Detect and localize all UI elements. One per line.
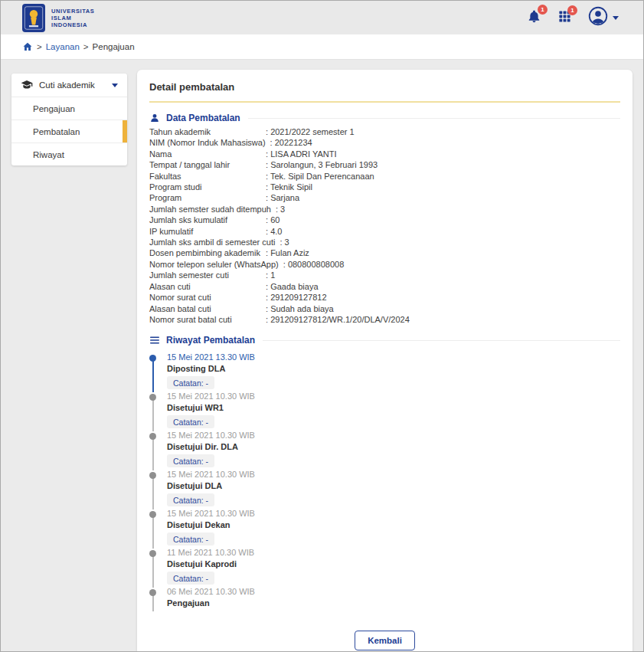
data-row-value: 080800808008 bbox=[283, 259, 345, 270]
page-title: Detail pembatalan bbox=[149, 70, 620, 93]
data-row: Alasan batal cuti Sudah ada biaya bbox=[149, 303, 620, 314]
timeline-dot-icon bbox=[149, 355, 156, 362]
data-row: Fakultas Tek. Sipil Dan Perencanaan bbox=[149, 171, 620, 182]
timeline-note-badge: Catatan: - bbox=[167, 532, 214, 546]
data-row-label: Fakultas bbox=[149, 171, 266, 182]
timeline-dot-icon bbox=[149, 394, 156, 401]
timeline-note-badge: Catatan: - bbox=[167, 572, 214, 585]
timeline-item: 15 Mei 2021 10.30 WIB Disetujui WR1 Cata… bbox=[149, 392, 620, 431]
apps-count-badge: 1 bbox=[567, 5, 577, 15]
history-section-header: Riwayat Pembatalan bbox=[149, 335, 620, 346]
data-row-value: Sarjana bbox=[266, 192, 299, 203]
footer-actions: Kembali bbox=[149, 631, 620, 650]
data-row: Tahun akademik 2021/2022 semester 1 bbox=[149, 126, 620, 137]
gold-divider bbox=[149, 101, 620, 103]
timeline-status: Disetujui Dekan bbox=[167, 519, 620, 530]
account-menu-button[interactable] bbox=[588, 6, 619, 29]
home-icon[interactable] bbox=[22, 41, 33, 52]
university-emblem-icon bbox=[22, 4, 45, 32]
sidebar-item[interactable]: Riwayat bbox=[11, 143, 127, 165]
sidebar-item-label: Pengajuan bbox=[33, 104, 75, 113]
timeline-dot-icon bbox=[149, 511, 156, 518]
data-row: Nama LISA ADRI YANTI bbox=[149, 149, 620, 159]
breadcrumb-link[interactable]: Layanan bbox=[46, 42, 80, 51]
timeline-note-badge: Catatan: - bbox=[167, 454, 214, 467]
history-section-title: Riwayat Pembatalan bbox=[166, 335, 255, 346]
sidebar-item[interactable]: Pembatalan bbox=[11, 120, 127, 143]
timeline-timestamp: 15 Mei 2021 13.30 WIB bbox=[167, 352, 620, 362]
detail-panel: Detail pembatalan Data Pembatalan Tahun … bbox=[137, 70, 633, 652]
data-row-label: Nomor surat batal cuti bbox=[149, 314, 266, 325]
caret-down-icon bbox=[112, 84, 118, 87]
breadcrumb: > Layanan > Pengajuan bbox=[1, 34, 643, 60]
timeline-item: 06 Mei 2021 10.30 WIB Pengajuan bbox=[149, 587, 620, 611]
app-header: UNIVERSITAS ISLAM INDONESIA 1 bbox=[1, 1, 643, 34]
data-row-label: Jumlah sks kumulatif bbox=[149, 215, 266, 225]
data-row-value: 1 bbox=[266, 270, 275, 280]
user-icon bbox=[149, 113, 160, 123]
data-row: Nomor surat batal cuti 291209127812/WR.1… bbox=[149, 314, 620, 325]
content-area: Cuti akademik Pengajuan Pembatalan Riway… bbox=[1, 60, 643, 652]
timeline-item: 15 Mei 2021 10.30 WIB Disetujui DLA Cata… bbox=[149, 470, 620, 509]
data-row-value: Teknik Sipil bbox=[266, 182, 312, 192]
data-row-label: Tempat / tanggal lahir bbox=[149, 159, 266, 170]
notifications-count-badge: 1 bbox=[538, 5, 548, 15]
data-section-title: Data Pembatalan bbox=[166, 113, 240, 123]
timeline-item: 15 Mei 2021 10.30 WIB Disetujui Dir. DLA… bbox=[149, 431, 620, 470]
sidebar-menu: Cuti akademik Pengajuan Pembatalan Riway… bbox=[11, 74, 127, 165]
header-actions: 1 1 bbox=[527, 6, 619, 29]
timeline-status: Disetujui Kaprodi bbox=[167, 559, 620, 569]
timeline-timestamp: 15 Mei 2021 10.30 WIB bbox=[167, 392, 620, 401]
section-divider bbox=[248, 118, 620, 119]
university-name: UNIVERSITAS ISLAM INDONESIA bbox=[51, 8, 94, 28]
user-avatar-icon bbox=[588, 6, 608, 29]
graduation-cap-icon bbox=[21, 80, 33, 90]
data-row-label: Program bbox=[149, 192, 266, 203]
timeline-status: Disetujui WR1 bbox=[167, 402, 620, 413]
sidebar-menu-header[interactable]: Cuti akademik bbox=[11, 74, 127, 97]
timeline-timestamp: 15 Mei 2021 10.30 WIB bbox=[167, 431, 620, 441]
data-row-value: 291209127812/WR.1/20/DLA/V/2024 bbox=[266, 314, 410, 325]
data-row-value: Tek. Sipil Dan Perencanaan bbox=[266, 171, 374, 182]
data-row: NIM (Nomor Induk Mahasiswa) 20221234 bbox=[149, 137, 620, 148]
breadcrumb-link[interactable]: Pengajuan bbox=[93, 42, 135, 51]
data-row-label: Dosen pembimbing akademik bbox=[149, 247, 266, 258]
timeline-status: Disetujui Dir. DLA bbox=[167, 441, 620, 452]
data-row-label: Nomor telepon seluler (WhatsApp) bbox=[149, 259, 283, 270]
data-rows: Tahun akademik 2021/2022 semester 1 NIM … bbox=[149, 126, 620, 325]
notifications-button[interactable]: 1 bbox=[527, 9, 541, 27]
timeline-timestamp: 15 Mei 2021 10.30 WIB bbox=[167, 470, 620, 480]
timeline-note-badge: Catatan: - bbox=[167, 415, 214, 428]
data-row: Alasan cuti Gaada biaya bbox=[149, 281, 620, 292]
data-row-value: 3 bbox=[276, 204, 285, 215]
apps-launcher-button[interactable]: 1 bbox=[558, 10, 571, 26]
data-row-label: Nomor surat cuti bbox=[149, 292, 266, 303]
data-row: IP kumulatif 4.0 bbox=[149, 226, 620, 237]
data-row-label: Jumlah semster sudah ditempuh bbox=[149, 204, 276, 215]
data-row-label: Jumlah semester cuti bbox=[149, 270, 266, 280]
sidebar-item[interactable]: Pengajuan bbox=[11, 97, 127, 120]
data-row-value: 3 bbox=[280, 237, 289, 247]
data-row-label: NIM (Nomor Induk Mahasiswa) bbox=[149, 137, 270, 148]
data-row-value: LISA ADRI YANTI bbox=[266, 149, 337, 159]
data-row: Tempat / tanggal lahir Sarolangun, 3 Feb… bbox=[149, 159, 620, 170]
timeline-status: Disetujui DLA bbox=[167, 480, 620, 491]
data-row-label: Alasan cuti bbox=[149, 281, 266, 292]
app-window: UNIVERSITAS ISLAM INDONESIA 1 bbox=[0, 0, 644, 652]
data-row-value: 20221234 bbox=[270, 137, 312, 148]
timeline-note-badge: Catatan: - bbox=[167, 376, 214, 389]
sidebar-item-label: Pembatalan bbox=[33, 127, 80, 136]
data-row-label: IP kumulatif bbox=[149, 226, 266, 237]
timeline-status: Pengajuan bbox=[167, 598, 620, 608]
back-button[interactable]: Kembali bbox=[355, 631, 415, 650]
data-row: Jumlah semester cuti 1 bbox=[149, 270, 620, 280]
breadcrumb-item: > Pengajuan bbox=[83, 42, 135, 51]
breadcrumb-separator: > bbox=[83, 42, 89, 51]
history-timeline: 15 Mei 2021 13.30 WIB Diposting DLA Cata… bbox=[149, 352, 620, 611]
data-row: Program studi Teknik Sipil bbox=[149, 182, 620, 192]
data-row-value: 2021/2022 semester 1 bbox=[266, 126, 355, 137]
data-row-value: Gaada biaya bbox=[266, 281, 319, 292]
data-row-label: Nama bbox=[149, 149, 266, 159]
sidebar-menu-title: Cuti akademik bbox=[39, 80, 95, 90]
timeline-timestamp: 15 Mei 2021 10.30 WIB bbox=[167, 509, 620, 519]
